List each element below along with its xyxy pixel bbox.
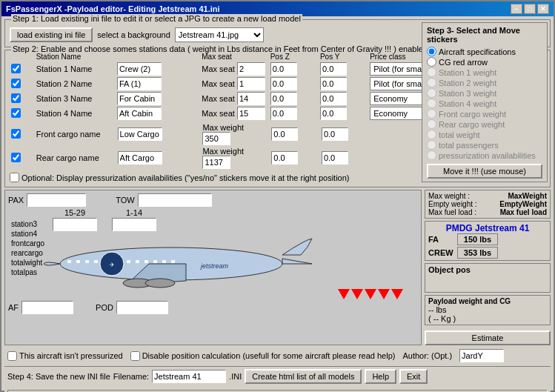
station-posy-2[interactable] <box>319 76 368 91</box>
station-posz-3[interactable] <box>269 91 319 106</box>
radio-item-rearcargo: Rear cargo weight <box>427 119 542 129</box>
radio-item-totalw: total weight <box>427 130 542 139</box>
svg-point-2 <box>145 279 175 288</box>
cargo-nameinput-1[interactable] <box>118 127 162 141</box>
background-select[interactable]: Jetstream 41.jpg <box>175 27 264 42</box>
radio-item-st4w: Station 4 weight <box>427 99 542 108</box>
station-posy-3[interactable] <box>319 91 368 106</box>
station-posz-1[interactable] <box>269 62 319 76</box>
maximize-button[interactable]: □ <box>524 4 536 14</box>
range1-input[interactable] <box>53 218 97 231</box>
radio-item-frontcargo: Front cargo weight <box>427 109 542 119</box>
cargo-posz-1[interactable] <box>270 122 320 146</box>
cargo-nameval-1[interactable] <box>116 122 202 146</box>
cargo-enabled-1[interactable] <box>11 129 21 139</box>
cargo-posz-input-2[interactable] <box>271 151 298 165</box>
station-check-1[interactable] <box>10 62 35 76</box>
station-nameinput-4[interactable] <box>117 107 162 120</box>
station-enabled-3[interactable] <box>11 93 21 103</box>
station-enabled-1[interactable] <box>11 64 21 73</box>
station-maxval-4[interactable] <box>237 107 265 120</box>
cargo-posy-2[interactable] <box>320 146 370 170</box>
help-button[interactable]: Help <box>365 369 396 384</box>
station-maxlabel-1: Max seat <box>200 62 268 76</box>
cargo-check-2[interactable] <box>10 146 35 170</box>
radio-st1w <box>427 67 436 77</box>
author-input[interactable] <box>459 349 504 362</box>
payload-lbs: -- lbs <box>428 305 547 314</box>
station-nameinput-3[interactable] <box>117 92 162 105</box>
radio-label-frontcargo: Front cargo weight <box>439 110 506 119</box>
cargo-namelabel-2: Rear cargo name <box>35 146 116 170</box>
station-posz-input-3[interactable] <box>270 92 297 105</box>
cargo-nameval-2[interactable] <box>116 146 202 170</box>
tow-input[interactable] <box>138 193 212 207</box>
move-button[interactable]: Move it !!! (use mouse) <box>427 164 542 179</box>
radio-item-cg_arrow[interactable]: CG red arrow <box>427 57 542 67</box>
tow-group: TOW <box>116 193 211 207</box>
station-posz-2[interactable] <box>269 76 319 91</box>
station-posy-input-1[interactable] <box>320 62 347 76</box>
radio-st2w <box>427 78 436 87</box>
station-posz-input-4[interactable] <box>270 107 297 120</box>
station-posz-input-2[interactable] <box>270 77 297 90</box>
pax-input[interactable] <box>27 193 86 207</box>
station-maxval-1[interactable] <box>237 62 265 76</box>
cargo-posy-1[interactable] <box>320 122 370 146</box>
station-nameinput-1[interactable] <box>117 62 162 76</box>
radio-totalw <box>427 130 436 139</box>
station-maxval-3[interactable] <box>237 92 265 105</box>
cargo-posz-2[interactable] <box>270 146 320 170</box>
disable-pos-label[interactable]: Disable position calculation (usefull fo… <box>130 351 396 361</box>
close-button[interactable]: ✕ <box>537 4 549 14</box>
station-nameval-3[interactable] <box>116 91 200 106</box>
station-check-2[interactable] <box>10 76 35 91</box>
not-pressurized-checkbox[interactable] <box>7 351 17 361</box>
station-maxval-2[interactable] <box>237 77 265 90</box>
range2-group: 1-14 <box>112 208 156 231</box>
radio-item-aircraft[interactable]: Aircraft specifications <box>427 47 542 56</box>
af-pod-row: AF POD <box>8 301 418 314</box>
range2-input[interactable] <box>112 218 156 231</box>
radio-cg_arrow[interactable] <box>427 57 436 67</box>
load-ini-button[interactable]: load existing ini file <box>10 27 93 42</box>
cargo-enabled-2[interactable] <box>11 153 21 162</box>
cargo-posz-input-1[interactable] <box>271 127 298 141</box>
empty-weight-val: EmptyWeight <box>499 200 547 208</box>
station-nameval-4[interactable] <box>116 106 200 121</box>
station-nameval-2[interactable] <box>116 76 200 91</box>
station-nameinput-2[interactable] <box>117 77 162 90</box>
cargo-maxval-1[interactable] <box>202 132 230 145</box>
exit-button[interactable]: Exit <box>399 369 428 384</box>
pod-input[interactable] <box>116 301 168 314</box>
station-namelabel-4: Station 4 Name <box>35 106 116 121</box>
svg-text:✈: ✈ <box>110 262 115 268</box>
station-posy-input-2[interactable] <box>320 77 347 90</box>
minimize-button[interactable]: − <box>511 4 522 14</box>
not-pressurized-label[interactable]: This aircraft isn't pressurized <box>7 351 123 361</box>
station-posz-4[interactable] <box>269 106 319 121</box>
create-html-button[interactable]: Create html list of all models <box>245 369 362 384</box>
station-enabled-2[interactable] <box>11 79 21 88</box>
af-input[interactable] <box>21 301 73 314</box>
radio-aircraft[interactable] <box>427 47 436 56</box>
station-check-3[interactable] <box>10 91 35 106</box>
station-posz-input-1[interactable] <box>270 62 297 76</box>
station-posy-1[interactable] <box>319 62 368 76</box>
station-check-4[interactable] <box>10 106 35 121</box>
estimate-button[interactable]: Estimate <box>425 330 551 345</box>
filename-input[interactable] <box>152 370 226 383</box>
station-posy-4[interactable] <box>319 106 368 121</box>
cargo-maxval-2[interactable] <box>202 156 230 169</box>
triangle-4 <box>378 289 390 299</box>
station-posy-input-3[interactable] <box>320 92 347 105</box>
cargo-check-1[interactable] <box>10 122 35 146</box>
cargo-posy-input-2[interactable] <box>322 151 348 165</box>
optional-checkbox[interactable] <box>10 173 19 182</box>
station-nameval-1[interactable] <box>116 62 200 76</box>
cargo-posy-input-1[interactable] <box>322 127 348 141</box>
station-enabled-4[interactable] <box>11 108 21 118</box>
cargo-nameinput-2[interactable] <box>118 151 162 165</box>
disable-pos-checkbox[interactable] <box>130 351 140 361</box>
station-posy-input-4[interactable] <box>320 107 347 120</box>
